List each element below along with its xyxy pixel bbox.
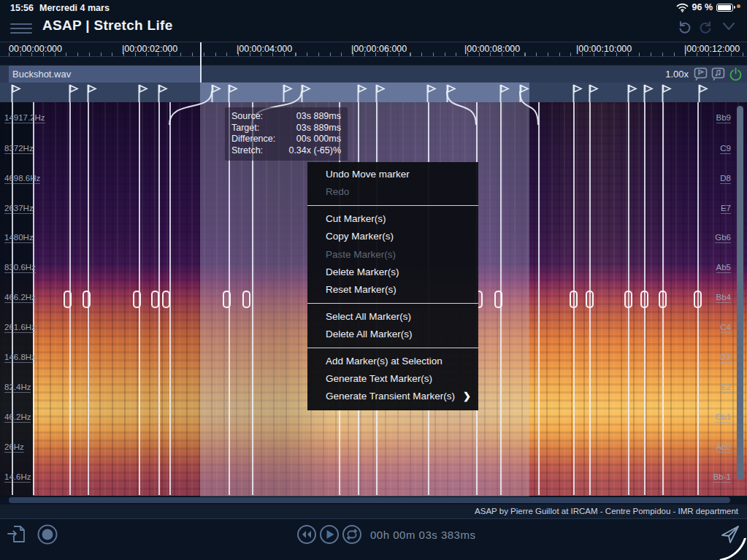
marker-handle[interactable] (64, 291, 72, 308)
marker-handle[interactable] (570, 291, 578, 308)
stretch-info-tooltip: Source:03s 889msTarget:03s 889msDifferen… (225, 107, 348, 161)
marker-flag[interactable] (228, 84, 238, 102)
tooltip-value: 00s 000ms (296, 134, 341, 145)
menu-item-add-marker-s-at-selection[interactable]: Add Marker(s) at Selection (307, 353, 478, 370)
note-label: E2 (721, 383, 731, 393)
marker-flag[interactable] (11, 84, 21, 102)
marker-handle[interactable] (151, 291, 159, 308)
marker-handle[interactable] (133, 291, 141, 308)
menu-item-delete-all-marker-s[interactable]: Delete All Marker(s) (307, 326, 478, 343)
menu-item-cut-marker-s[interactable]: Cut Marker(s) (307, 210, 478, 228)
menu-item-delete-marker-s[interactable]: Delete Marker(s) (307, 264, 478, 281)
chevron-down-icon[interactable] (721, 19, 737, 34)
marker-flag[interactable] (446, 84, 456, 102)
frequency-label: 1480Hz (4, 233, 34, 243)
bottom-control-bar: 00h 00m 03s 383ms (0, 520, 747, 560)
ruler-label: |00:00:04:000 (237, 44, 292, 54)
note-label: Gb6 (715, 233, 731, 243)
play-button[interactable] (319, 524, 340, 545)
frequency-label: 2637Hz (4, 204, 34, 214)
ruler-label: |00:00:08:000 (464, 44, 520, 54)
menu-item-reset-marker-s[interactable]: Reset Marker(s) (307, 281, 478, 299)
marker-flag[interactable] (69, 84, 79, 102)
marker-handle[interactable] (586, 291, 594, 308)
menu-item-generate-transient-marker-s[interactable]: Generate Transient Marker(s)❯ (307, 388, 478, 405)
marker-handle[interactable] (162, 291, 170, 308)
loop-button[interactable] (342, 524, 362, 545)
marker-handle[interactable] (694, 291, 702, 308)
note-label: Bb9 (716, 113, 731, 123)
frequency-label: 261.6Hz (4, 323, 36, 333)
horizontal-scrollbar[interactable] (9, 497, 730, 503)
vertical-scrollbar[interactable] (737, 106, 743, 480)
ruler-label: |00:00:06:000 (351, 44, 407, 54)
frequency-label: 466.2Hz (4, 293, 36, 303)
title-bar: ASAP | Stretch Life (0, 16, 747, 39)
note-label: E7 (721, 204, 731, 214)
marker-flag[interactable] (158, 84, 168, 102)
marker-handle[interactable] (640, 291, 648, 308)
marker-flag[interactable] (499, 84, 510, 102)
track-bar[interactable]: Buckshot.wav 1.00x (0, 66, 747, 83)
marker-flag[interactable] (572, 84, 583, 102)
ruler-gap (0, 58, 747, 66)
note-label: C4 (720, 323, 731, 333)
marker-flag-toggle-icon[interactable] (694, 67, 708, 81)
corner-arc (718, 538, 747, 560)
transport-time: 00h 00m 03s 383ms (370, 529, 475, 541)
frequency-label: 830.6Hz (4, 263, 36, 273)
menu-item-undo-move-marker[interactable]: Undo Move marker (307, 166, 478, 183)
menu-item-generate-text-marker-s[interactable]: Generate Text Marker(s) (307, 370, 478, 388)
status-time-date: 15:56Mercredi 4 mars (10, 3, 110, 13)
music-note-toggle-icon[interactable] (711, 67, 725, 81)
marker-flag[interactable] (138, 84, 148, 102)
marker-flag[interactable] (519, 84, 529, 102)
ruler-label: |00:00:12:000 (684, 44, 740, 54)
marker-handle[interactable] (242, 291, 250, 308)
orange-indicator-dot (737, 4, 740, 8)
tooltip-value: 0.34x (-65)% (288, 145, 341, 157)
marker-line (538, 102, 540, 495)
marker-flag[interactable] (87, 84, 97, 102)
note-label: Ab5 (716, 263, 731, 273)
menu-icon[interactable] (10, 20, 32, 35)
marker-flag[interactable] (301, 84, 311, 102)
note-label: Ab0 (716, 442, 731, 453)
marker-flag[interactable] (643, 84, 654, 102)
import-file-icon[interactable] (7, 524, 26, 545)
frequency-label: 146.8Hz (4, 353, 36, 363)
marker-flag[interactable] (662, 84, 672, 102)
marker-context-menu: Undo Move markerRedoCut Marker(s)Copy Ma… (307, 162, 478, 410)
menu-item-select-all-marker-s[interactable]: Select All Marker(s) (307, 308, 478, 326)
undo-icon[interactable] (677, 19, 692, 34)
marker-handle[interactable] (659, 291, 667, 308)
rewind-button[interactable] (296, 524, 317, 545)
time-ruler[interactable]: 00:00:00:000|00:00:02:000|00:00:04:000|0… (0, 42, 747, 57)
marker-flag[interactable] (211, 84, 221, 102)
tooltip-row: Stretch:0.34x (-65)% (231, 145, 341, 157)
redo-icon[interactable] (699, 19, 713, 34)
marker-flag[interactable] (698, 84, 708, 102)
marker-flag[interactable] (283, 84, 293, 102)
marker-flags-row (0, 83, 747, 102)
marker-flag[interactable] (627, 84, 637, 102)
playhead[interactable] (200, 42, 202, 83)
marker-flag[interactable] (375, 84, 386, 102)
frequency-label: 82.4Hz (4, 383, 31, 393)
record-button[interactable] (37, 523, 58, 545)
marker-handle[interactable] (83, 291, 91, 308)
page-title: ASAP | Stretch Life (42, 18, 173, 34)
power-toggle-icon[interactable] (729, 67, 743, 81)
marker-handle[interactable] (624, 291, 632, 308)
marker-handle[interactable] (223, 291, 231, 308)
marker-flag[interactable] (426, 84, 437, 102)
frequency-label: 8372Hz (4, 144, 34, 154)
tooltip-row: Difference:00s 000ms (231, 134, 341, 145)
menu-item-copy-marker-s[interactable]: Copy Marker(s) (307, 228, 478, 245)
marker-flag[interactable] (357, 84, 367, 102)
marker-handle[interactable] (494, 291, 502, 308)
ruler-label: |00:00:02:000 (122, 44, 177, 54)
ruler-label: |00:00:10:000 (576, 44, 632, 54)
marker-flag[interactable] (589, 84, 599, 102)
battery-cap (734, 6, 735, 9)
